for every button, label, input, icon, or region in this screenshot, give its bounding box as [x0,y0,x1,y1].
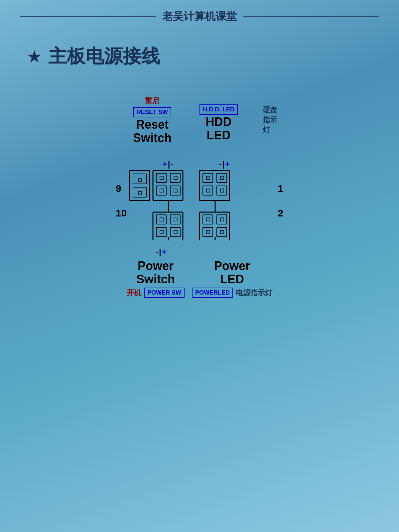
svg-rect-18 [217,186,227,195]
header-line-right [243,16,379,17]
power-switch-chinese: 开机 [127,288,141,298]
svg-rect-20 [220,176,224,180]
svg-rect-36 [217,215,227,224]
svg-rect-21 [206,189,210,192]
svg-rect-13 [174,189,177,192]
row-numbers-right: 1 2 [278,183,283,219]
svg-rect-12 [160,189,163,192]
page-title: 主板电源接线 [48,44,160,69]
svg-rect-30 [174,218,177,221]
power-led-side-label: 电源指示灯 [236,288,272,298]
power-led-badge: POWERLED [192,288,233,298]
power-switch-group: Power Switch 开机 POWER SW [127,259,185,298]
page-title-area: ★ 主板电源接线 [0,24,399,69]
svg-rect-35 [203,215,213,224]
hdd-name: HDD LED [206,115,232,142]
svg-rect-28 [170,227,180,237]
svg-rect-11 [174,176,177,180]
svg-rect-9 [170,186,180,195]
power-sw-polarity: - | + [156,247,167,257]
header: 老吴计算机课堂 [0,0,399,24]
reset-label-group: 重启 RESET SW Reset Switch [133,96,172,144]
svg-rect-22 [220,189,224,192]
power-plus: + [162,247,167,257]
power-switch-name: Power Switch [136,259,175,286]
reset-badge: RESET SW [133,107,171,117]
svg-rect-25 [156,215,166,224]
reset-chinese-label: 重启 [145,96,160,106]
svg-rect-7 [170,173,180,183]
svg-rect-31 [160,230,163,234]
svg-rect-29 [160,218,163,221]
bottom-label-area: Power Switch 开机 POWER SW Power LED POWER… [123,259,276,298]
svg-rect-32 [174,230,177,234]
svg-rect-42 [220,230,224,234]
svg-rect-16 [217,173,227,183]
svg-rect-37 [203,227,213,237]
svg-rect-26 [170,215,180,224]
svg-rect-3 [138,178,142,182]
header-title: 老吴计算机课堂 [156,9,243,24]
svg-rect-1 [133,174,146,184]
row-numbers-left: 9 10 [116,183,127,219]
connector-svg [126,167,259,240]
svg-rect-24 [153,212,183,240]
svg-rect-10 [160,176,163,180]
svg-rect-17 [203,186,213,195]
header-line-left [20,16,156,17]
svg-rect-27 [156,227,166,237]
svg-rect-41 [206,230,210,234]
hdd-side-label: 硬盘指示灯 [263,105,279,135]
row-2: 2 [278,207,283,219]
hdd-label-group: H.D.D. LED HDD LED [200,104,238,142]
power-led-name: Power LED [214,259,250,286]
power-switch-badge-row: 开机 POWER SW [127,288,185,298]
hdd-badge: H.D.D. LED [200,104,238,115]
svg-rect-15 [203,173,213,183]
diagram-area: 重启 RESET SW Reset Switch H.D.D. LED HDD … [0,96,399,295]
diagram-container: 重启 RESET SW Reset Switch H.D.D. LED HDD … [106,96,293,295]
power-minus: - [156,247,158,257]
svg-rect-38 [217,227,227,237]
power-led-badge-row: POWERLED 电源指示灯 [192,288,272,298]
row-1: 1 [278,183,283,194]
svg-rect-19 [206,176,210,180]
power-switch-badge: POWER SW [144,288,185,298]
svg-rect-34 [200,212,229,240]
power-sep: | [159,247,161,257]
svg-rect-2 [133,187,146,197]
svg-rect-4 [138,192,142,195]
svg-rect-40 [220,218,224,221]
svg-rect-39 [206,218,210,221]
svg-rect-6 [156,173,166,183]
reset-name: Reset Switch [133,118,172,144]
row-10: 10 [116,207,127,219]
row-9: 9 [116,183,127,194]
svg-rect-8 [156,186,166,195]
power-led-group: Power LED POWERLED 电源指示灯 [192,259,272,298]
star-icon: ★ [27,48,42,65]
